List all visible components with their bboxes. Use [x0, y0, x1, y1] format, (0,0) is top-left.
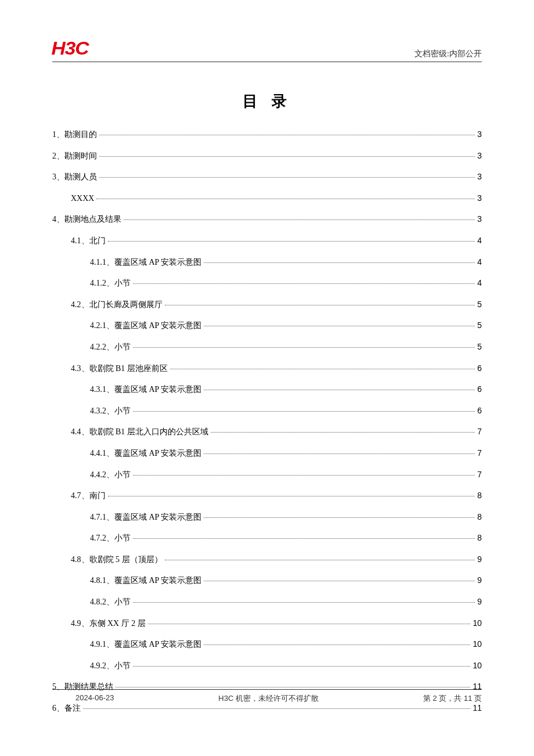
toc-entry[interactable]: 4.7.2、小节8	[52, 532, 482, 544]
toc-leader-dots	[133, 602, 475, 603]
toc-entry-page: 7	[477, 448, 482, 459]
toc-entry[interactable]: 4.9.2、小节10	[52, 660, 482, 672]
toc-entry[interactable]: 2、勘测时间3	[52, 150, 482, 162]
toc-entry-label: 4.7.2、小节	[90, 532, 131, 544]
toc-title: 目 录	[52, 91, 482, 111]
toc-entry-label: 2、勘测时间	[52, 150, 97, 162]
toc-entry-page: 3	[477, 129, 482, 141]
toc-entry-page: 4	[477, 257, 482, 268]
toc-leader-dots	[204, 453, 475, 454]
toc-entry[interactable]: 6、备注11	[52, 703, 482, 714]
toc-entry-label: 4.2.2、小节	[90, 341, 131, 353]
toc-entry-page: 10	[472, 639, 482, 650]
h3c-logo: H3C	[51, 38, 88, 59]
toc-entry-page: 4	[477, 278, 482, 289]
toc-leader-dots	[165, 560, 475, 560]
toc-entry-label: 4.9.2、小节	[90, 660, 131, 672]
toc-entry-page: 9	[477, 554, 482, 566]
toc-entry[interactable]: 4、勘测地点及结果3	[52, 214, 482, 225]
toc-leader-dots	[148, 624, 471, 624]
toc-entry[interactable]: 4.3.2、小节6	[52, 405, 482, 417]
toc-entry[interactable]: 4.8.2、小节9	[52, 596, 482, 608]
toc-entry-page: 3	[477, 150, 482, 162]
toc-entry-page: 10	[472, 618, 482, 629]
toc-leader-dots	[133, 411, 475, 412]
toc-entry[interactable]: 1、勘测目的3	[52, 129, 482, 141]
toc-leader-dots	[116, 687, 470, 687]
toc-entry-label: 4.7.1、覆盖区域 AP 安装示意图	[90, 512, 201, 523]
toc-entry-label: 4.1.1、覆盖区域 AP 安装示意图	[90, 257, 201, 268]
toc-leader-dots	[204, 262, 475, 263]
toc-entry-label: 4.1、北门	[71, 235, 106, 247]
toc-entry-label: 4.2.1、覆盖区域 AP 安装示意图	[90, 320, 201, 332]
toc-entry-page: 8	[477, 532, 482, 544]
toc-entry[interactable]: 4.2、北门长廊及两侧展厅5	[52, 299, 482, 311]
toc-entry[interactable]: 4.9.1、覆盖区域 AP 安装示意图10	[52, 639, 482, 650]
toc-entry-label: 4.7、南门	[71, 490, 106, 502]
toc-entry-page: 5	[477, 299, 482, 311]
toc-entry-page: 11	[472, 703, 482, 714]
toc-entry-page: 8	[477, 490, 482, 502]
toc-entry-page: 3	[477, 214, 482, 225]
toc-entry-label: 1、勘测目的	[52, 129, 97, 141]
toc-entry-page: 7	[477, 426, 482, 438]
toc-entry-page: 4	[477, 235, 482, 247]
toc-entry-page: 5	[477, 320, 482, 332]
toc-leader-dots	[124, 219, 475, 220]
toc-entry-page: 9	[477, 575, 482, 586]
page-header: H3C 文档密级:内部公开	[52, 38, 482, 62]
toc-entry[interactable]: 3、勘测人员3	[52, 171, 482, 183]
toc-entry-label: 4.4、歌剧院 B1 层北入口内的公共区域	[71, 426, 208, 438]
toc-entry-label: 3、勘测人员	[52, 171, 97, 183]
toc-leader-dots	[133, 347, 475, 348]
toc-leader-dots	[204, 645, 470, 645]
toc-entry-label: 4.4.1、覆盖区域 AP 安装示意图	[90, 448, 201, 459]
toc-entry[interactable]: 4.4.1、覆盖区域 AP 安装示意图7	[52, 448, 482, 459]
toc-entry-page: 9	[477, 596, 482, 608]
toc-leader-dots	[204, 390, 475, 390]
toc-entry-label: 4.3.1、覆盖区域 AP 安装示意图	[90, 384, 201, 395]
page-footer: 2024-06-23 H3C 机密，未经许可不得扩散 第 2 页，共 11 页	[52, 689, 482, 704]
toc-entry[interactable]: 4.1、北门4	[52, 235, 482, 247]
toc-entry[interactable]: 4.9、东侧 XX 厅 2 层10	[52, 618, 482, 629]
toc-entry-label: XXXX	[71, 193, 94, 204]
toc-entry[interactable]: 4.3.1、覆盖区域 AP 安装示意图6	[52, 384, 482, 395]
toc-entry-page: 8	[477, 512, 482, 523]
toc-entry[interactable]: 4.3、歌剧院 B1 层池座前区6	[52, 363, 482, 375]
toc-leader-dots	[96, 199, 475, 199]
toc-entry-label: 4.2、北门长廊及两侧展厅	[71, 299, 163, 311]
toc-entry[interactable]: 4.1.1、覆盖区域 AP 安装示意图4	[52, 257, 482, 268]
toc-entry-page: 10	[472, 660, 482, 672]
toc-entry-label: 4.3.2、小节	[90, 405, 131, 417]
toc-entry-page: 6	[477, 405, 482, 417]
toc-leader-dots	[99, 156, 475, 157]
toc-leader-dots	[108, 241, 475, 242]
toc-entry[interactable]: 4.8、歌剧院 5 层（顶层）9	[52, 554, 482, 566]
toc-leader-dots	[165, 305, 475, 305]
toc-entry-label: 4.9、东侧 XX 厅 2 层	[71, 618, 146, 629]
toc-leader-dots	[108, 496, 475, 496]
toc-leader-dots	[170, 369, 475, 369]
toc-entry-label: 4.3、歌剧院 B1 层池座前区	[71, 363, 168, 375]
toc-entry[interactable]: 4.4、歌剧院 B1 层北入口内的公共区域7	[52, 426, 482, 438]
toc-entry-label: 4.8.1、覆盖区域 AP 安装示意图	[90, 575, 201, 586]
toc-entry[interactable]: 4.2.1、覆盖区域 AP 安装示意图5	[52, 320, 482, 332]
toc-entry[interactable]: 4.7、南门8	[52, 490, 482, 502]
toc-entry-page: 3	[477, 193, 482, 204]
toc-entry[interactable]: 4.7.1、覆盖区域 AP 安装示意图8	[52, 512, 482, 523]
toc-entry[interactable]: 4.4.2、小节7	[52, 469, 482, 481]
toc-entry[interactable]: 4.8.1、覆盖区域 AP 安装示意图9	[52, 575, 482, 586]
toc-entry[interactable]: 4.1.2、小节4	[52, 278, 482, 289]
toc-entry-page: 6	[477, 363, 482, 375]
toc-leader-dots	[83, 708, 470, 709]
toc-entry-label: 4、勘测地点及结果	[52, 214, 121, 225]
toc-leader-dots	[133, 666, 470, 667]
toc-entry[interactable]: 4.2.2、小节5	[52, 341, 482, 353]
toc-entry-page: 5	[477, 341, 482, 353]
toc-entry-label: 4.4.2、小节	[90, 469, 131, 481]
toc-leader-dots	[204, 326, 475, 326]
toc-entry[interactable]: XXXX3	[52, 193, 482, 204]
toc-leader-dots	[204, 581, 475, 581]
toc-entry-label: 4.8.2、小节	[90, 596, 131, 608]
toc-leader-dots	[99, 135, 475, 135]
